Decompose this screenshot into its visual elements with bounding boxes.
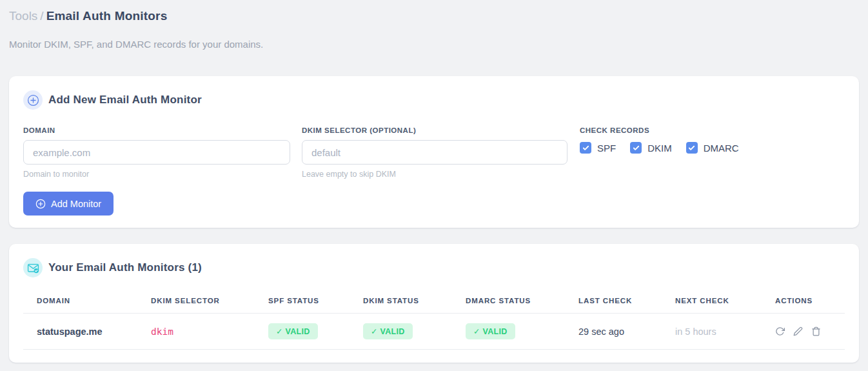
monitors-card-title: Your Email Auth Monitors (1) [48,261,202,274]
delete-monitor-button[interactable] [811,326,821,336]
monitors-list-card: Your Email Auth Monitors (1) DOMAIN DKIM… [9,244,859,363]
spf-checkbox-label: SPF [597,143,616,154]
col-header-dkim-selector: DKIM SELECTOR [137,290,255,314]
monitors-table: DOMAIN DKIM SELECTOR SPF STATUS DKIM STA… [23,290,845,350]
dkim-checkbox-label: DKIM [647,143,672,154]
add-monitor-card-header: Add New Email Auth Monitor [23,90,845,110]
col-header-domain: DOMAIN [23,290,137,314]
breadcrumb-tools-link[interactable]: Tools [9,9,37,23]
edit-monitor-button[interactable] [793,326,803,336]
dkim-selector-field-label: DKIM SELECTOR (OPTIONAL) [302,126,567,134]
check-icon [688,145,695,152]
monitors-card-header: Your Email Auth Monitors (1) [23,258,845,277]
edit-icon [793,326,803,336]
spf-status-badge: ✓ VALID [268,323,318,339]
refresh-monitor-button[interactable] [775,326,785,336]
row-actions [775,326,845,336]
domain-input[interactable] [23,140,290,165]
col-header-next-check: NEXT CHECK [662,290,762,314]
col-header-dmarc-status: DMARC STATUS [452,290,565,314]
table-row: statuspage.me dkim ✓ VALID ✓ VALID ✓ VAL… [23,314,845,350]
dkim-selector-field-help: Leave empty to skip DKIM [302,170,567,179]
add-monitor-button[interactable]: Add Monitor [23,192,113,216]
breadcrumb: Tools/Email Auth Monitors [9,8,859,25]
col-header-spf-status: SPF STATUS [255,290,350,314]
refresh-icon [775,326,785,336]
check-records-group: CHECK RECORDS SPF DKIM [580,126,845,179]
dmarc-checkbox[interactable] [686,142,698,154]
email-auth-monitors-page: Tools/Email Auth Monitors Monitor DKIM, … [0,0,868,363]
page-subtitle: Monitor DKIM, SPF, and DMARC records for… [9,39,859,50]
dmarc-status-badge: ✓ VALID [466,323,515,339]
monitor-last-check: 29 sec ago [565,314,662,350]
spf-checkbox[interactable] [580,142,591,154]
monitor-dkim-selector: dkim [137,314,255,350]
add-monitor-button-label: Add Monitor [51,199,101,209]
check-icon [582,145,589,152]
table-header-row: DOMAIN DKIM SELECTOR SPF STATUS DKIM STA… [23,290,845,314]
monitor-domain: statuspage.me [23,314,137,350]
spf-checkbox-group[interactable]: SPF [580,142,616,154]
breadcrumb-separator: / [37,9,46,23]
add-monitor-card-title: Add New Email Auth Monitor [48,94,202,106]
add-monitor-form: DOMAIN Domain to monitor DKIM SELECTOR (… [23,126,845,179]
dkim-status-badge: ✓ VALID [363,323,413,339]
envelope-check-icon [23,258,43,277]
domain-field-group: DOMAIN Domain to monitor [23,126,290,179]
dmarc-checkbox-label: DMARC [704,143,739,154]
check-icon [633,145,640,152]
plus-circle-icon [35,199,46,209]
add-monitor-card: Add New Email Auth Monitor DOMAIN Domain… [9,76,859,228]
domain-field-label: DOMAIN [23,126,290,134]
dkim-checkbox-group[interactable]: DKIM [630,142,672,154]
monitor-next-check: in 5 hours [662,314,762,350]
dkim-selector-field-group: DKIM SELECTOR (OPTIONAL) Leave empty to … [302,126,567,179]
domain-field-help: Domain to monitor [23,170,290,179]
plus-circle-icon [23,90,43,110]
check-records-label: CHECK RECORDS [580,126,845,134]
page-title: Email Auth Monitors [46,9,168,23]
dmarc-checkbox-group[interactable]: DMARC [686,142,739,154]
trash-icon [811,326,821,336]
dkim-checkbox[interactable] [630,142,642,154]
col-header-actions: ACTIONS [762,290,845,314]
col-header-dkim-status: DKIM STATUS [350,290,452,314]
check-records-row: SPF DKIM DMARC [580,142,845,154]
col-header-last-check: LAST CHECK [565,290,662,314]
dkim-selector-input[interactable] [302,140,567,165]
